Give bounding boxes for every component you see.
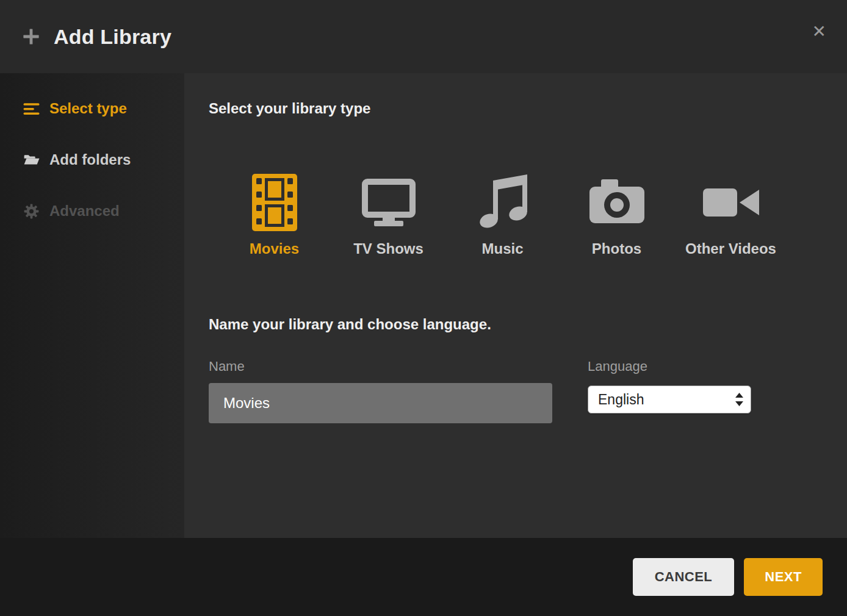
sidebar-item-select-type[interactable]: Select type	[0, 83, 184, 134]
music-note-icon	[472, 172, 533, 233]
library-type-movies[interactable]: Movies	[217, 172, 331, 257]
library-name-input[interactable]	[209, 383, 552, 423]
library-type-tv-shows[interactable]: TV Shows	[331, 172, 445, 257]
gear-icon	[23, 203, 40, 220]
select-arrows-icon	[735, 393, 743, 406]
plus-icon	[22, 27, 40, 46]
sidebar-item-label: Select type	[49, 100, 127, 117]
library-type-photos[interactable]: Photos	[560, 172, 674, 257]
name-label: Name	[209, 359, 552, 374]
library-type-music[interactable]: Music	[445, 172, 560, 257]
library-type-label: Movies	[250, 240, 299, 257]
name-language-fields: Name Language English	[209, 359, 823, 423]
library-type-picker: Movies TV Shows	[217, 172, 823, 257]
language-field-group: Language English	[588, 359, 751, 414]
list-icon	[23, 101, 40, 117]
language-select[interactable]: English	[588, 385, 751, 414]
close-icon[interactable]: ✕	[812, 23, 826, 40]
library-type-other-videos[interactable]: Other Videos	[674, 172, 788, 257]
next-button[interactable]: NEXT	[744, 558, 823, 596]
library-type-label: Photos	[592, 240, 641, 257]
language-label: Language	[588, 359, 751, 374]
name-field-group: Name	[209, 359, 552, 423]
sidebar-item-add-folders[interactable]: Add folders	[0, 134, 184, 185]
cancel-button[interactable]: CANCEL	[633, 558, 735, 596]
sidebar-item-label: Add folders	[49, 151, 131, 168]
add-library-dialog: Add Library ✕ Select type	[0, 0, 847, 616]
dialog-footer: CANCEL NEXT	[0, 538, 847, 616]
library-type-heading: Select your library type	[209, 100, 823, 117]
name-language-heading: Name your library and choose language.	[209, 316, 823, 333]
tv-icon	[358, 172, 419, 233]
library-type-label: TV Shows	[353, 240, 424, 257]
folder-open-icon	[23, 152, 40, 168]
video-camera-icon	[701, 172, 762, 233]
sidebar-item-label: Advanced	[49, 202, 120, 220]
dialog-title: Add Library	[54, 25, 171, 49]
library-type-label: Other Videos	[685, 240, 776, 257]
steps-sidebar: Select type Add folders	[0, 73, 184, 538]
language-selected-value: English	[598, 392, 644, 408]
library-type-label: Music	[481, 240, 523, 257]
film-strip-icon	[244, 172, 305, 233]
sidebar-item-advanced[interactable]: Advanced	[0, 185, 184, 237]
main-content: Select your library type	[184, 73, 847, 538]
dialog-header: Add Library ✕	[0, 0, 847, 73]
camera-icon	[586, 172, 647, 233]
dialog-body: Select type Add folders	[0, 73, 847, 538]
